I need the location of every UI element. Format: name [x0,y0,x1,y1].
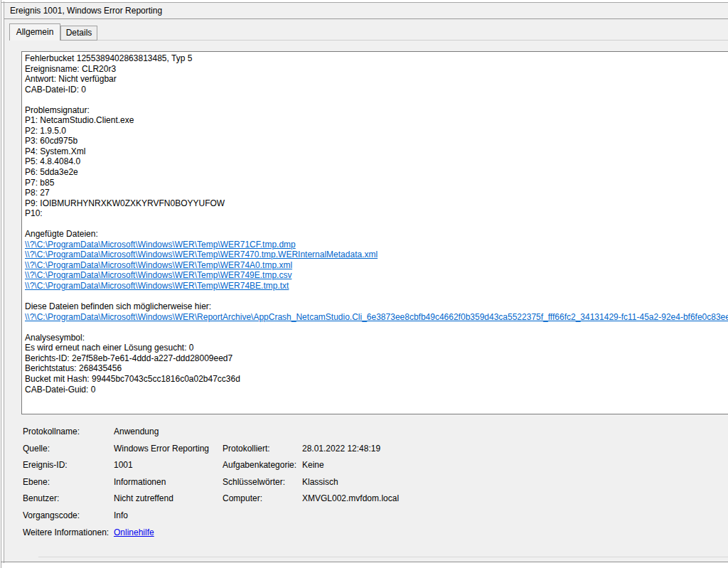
pane-frame-line [1,562,728,562]
onlinehilfe-link[interactable]: Onlinehilfe [114,527,154,537]
property-value: XMVGL002.mvfdom.local [302,492,728,509]
property-value: Windows Error Reporting [114,442,223,459]
event-text-link-line: \\?\C:\ProgramData\Microsoft\Windows\WER… [25,260,728,271]
attached-file-link[interactable]: \\?\C:\ProgramData\Microsoft\Windows\WER… [25,250,378,259]
property-label: Ereignis-ID: [23,459,114,476]
property-value: 28.01.2022 12:48:19 [302,442,728,459]
event-text-link-line: \\?\C:\ProgramData\Microsoft\Windows\WER… [25,270,728,281]
event-text-line: Analysesymbol: [25,333,728,343]
event-text-line [25,322,728,333]
tab-details[interactable]: Details [60,26,97,41]
tabstrip-baseline [9,40,728,41]
attached-file-link[interactable]: \\?\C:\ProgramData\Microsoft\Windows\WER… [25,281,289,291]
event-description-box[interactable]: Fehlerbucket 1255389402863813485, Typ 5E… [21,51,728,414]
property-label: Protokollname: [23,425,114,442]
dialog-title: Ereignis 1001, Windows Error Reporting [4,3,728,19]
event-text-link-line: \\?\C:\ProgramData\Microsoft\Windows\WER… [25,250,728,260]
event-text-line: P8: 27 [25,188,728,198]
event-text-line: Berichtstatus: 268435456 [25,363,728,374]
property-value: Onlinehilfe [114,526,223,543]
event-text-line: P9: IOIBMURHYNRXKW0ZXKYRVFN0BOYYUFOW [25,198,728,209]
event-viewer-preview-pane: Ereignis 1001, Windows Error Reporting A… [0,0,728,568]
property-value: Klassisch [302,476,728,493]
event-properties-grid: Protokollname:AnwendungQuelle:Windows Er… [23,425,728,542]
event-text-line [25,95,728,105]
event-text-line: P3: 60cd975b [25,136,728,146]
attached-file-link[interactable]: \\?\C:\ProgramData\Microsoft\Windows\WER… [25,270,291,280]
event-text-line: Problemsignatur: [25,105,728,116]
event-text-line: P1: NetcamStudio.Client.exe [25,115,728,126]
event-text-link-line: \\?\C:\ProgramData\Microsoft\Windows\WER… [25,240,728,250]
property-label: Schlüsselwörter: [223,476,302,493]
event-text-line: P10: [25,208,728,219]
attached-file-link[interactable]: \\?\C:\ProgramData\Microsoft\Windows\WER… [25,240,296,250]
property-value: Nicht zutreffend [114,492,223,509]
event-text-link-line: \\?\C:\ProgramData\Microsoft\Windows\WER… [25,312,728,323]
property-label: Weitere Informationen: [23,526,114,543]
event-text-line: Bucket mit Hash: 99445bc7043c5cc1816c0a0… [25,374,728,385]
tab-allgemein[interactable]: Allgemein [9,23,60,41]
property-label: Vorgangscode: [23,509,114,526]
property-value: Keine [302,459,728,476]
page-bottom-divider [38,557,728,557]
event-text-line: P6: 5dda3e2e [25,167,728,178]
property-value: Info [114,509,223,526]
pane-frame-line [1,0,1,568]
event-text-line: P4: System.Xml [25,146,728,157]
event-text-line: P2: 1.9.5.0 [25,126,728,136]
property-label: Protokolliert: [223,442,302,459]
event-text-line: P5: 4.8.4084.0 [25,156,728,167]
property-label: Ebene: [23,476,114,493]
property-value: Informationen [114,476,223,493]
event-text-line [25,219,728,230]
property-label: Computer: [223,492,302,509]
event-text-link-line: \\?\C:\ProgramData\Microsoft\Windows\WER… [25,281,728,291]
event-text-line: Es wird erneut nach einer Lösung gesucht… [25,343,728,353]
event-text-line: Berichts-ID: 2e7f58eb-7e61-4ddd-a227-ddd… [25,353,728,364]
property-label: Aufgabenkategorie: [223,459,302,476]
event-text-line: P7: b85 [25,178,728,188]
event-text-line: Diese Dateien befinden sich möglicherwei… [25,301,728,312]
event-text-line: CAB-Datei-Guid: 0 [25,385,728,395]
attached-file-link[interactable]: \\?\C:\ProgramData\Microsoft\Windows\WER… [25,260,292,270]
event-text-line: Fehlerbucket 1255389402863813485, Typ 5 [25,53,728,64]
event-text-line: Antwort: Nicht verfügbar [25,74,728,85]
event-properties-dialog: Ereignis 1001, Windows Error Reporting A… [4,3,728,562]
event-text-line: CAB-Datei-ID: 0 [25,85,728,95]
event-text-line: Ereignisname: CLR20r3 [25,64,728,75]
property-label: Quelle: [23,442,114,459]
event-text-line [25,291,728,302]
property-label: Benutzer: [23,492,114,509]
event-text-line: Angefügte Dateien: [25,229,728,240]
property-value: 1001 [114,459,223,476]
property-value: Anwendung [114,425,223,442]
attached-file-link[interactable]: \\?\C:\ProgramData\Microsoft\Windows\WER… [25,312,728,322]
